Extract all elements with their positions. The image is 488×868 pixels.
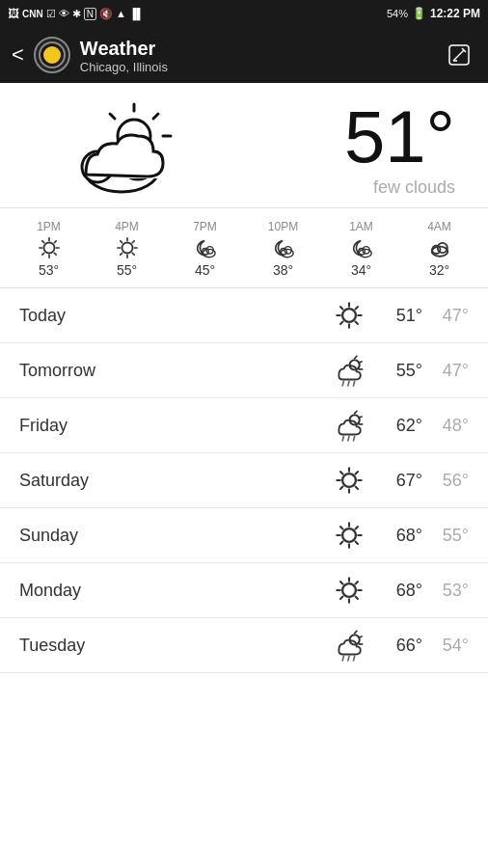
hourly-item: 10PM 38° xyxy=(244,220,322,278)
forecast-day: Monday xyxy=(19,581,332,601)
svg-line-9 xyxy=(110,114,115,119)
hourly-time: 4PM xyxy=(115,220,139,233)
svg-line-67 xyxy=(354,436,355,441)
nav-title: Weather xyxy=(80,37,442,60)
battery-icon: 🔋 xyxy=(412,7,426,20)
bluetooth-icon: ✱ xyxy=(72,8,81,20)
status-icons-left: 🖼 CNN ☑ 👁 ✱ N 🔇 ▲ ▐▌ xyxy=(8,7,144,20)
svg-point-68 xyxy=(342,474,356,487)
svg-line-95 xyxy=(355,631,357,633)
forecast-high: 62° xyxy=(376,416,422,436)
svg-line-76 xyxy=(340,487,342,489)
main-content: 51° few clouds 1PM 53° 4PM xyxy=(0,83,488,868)
image-icon: 🖼 xyxy=(8,7,19,20)
nfc-icon: N xyxy=(84,8,96,20)
svg-line-60 xyxy=(354,381,355,386)
forecast-row: Monday 68° 53° xyxy=(0,563,488,618)
svg-point-77 xyxy=(342,529,356,542)
forecast-high: 66° xyxy=(376,636,422,656)
battery-percent: 54% xyxy=(387,8,408,19)
svg-line-85 xyxy=(340,542,342,544)
forecast-icon xyxy=(332,632,366,659)
forecast-icon xyxy=(332,577,366,604)
hourly-temp: 53° xyxy=(39,262,59,278)
svg-line-83 xyxy=(356,542,358,544)
nav-subtitle: Chicago, Illinois xyxy=(80,60,442,74)
svg-line-21 xyxy=(54,253,56,255)
app-icon xyxy=(34,37,70,73)
edit-button[interactable] xyxy=(442,38,476,72)
hourly-item: 4AM 32° xyxy=(400,220,478,278)
hourly-icon xyxy=(426,237,453,258)
svg-line-74 xyxy=(356,487,358,489)
forecast-icon xyxy=(332,302,366,329)
svg-point-86 xyxy=(342,583,356,597)
svg-line-93 xyxy=(356,582,358,583)
forecast-row: Tuesday 66° 54° xyxy=(0,618,488,673)
current-temp: 51° xyxy=(344,100,455,174)
hourly-temp: 34° xyxy=(351,262,371,278)
svg-line-100 xyxy=(348,656,349,661)
mute-icon: 🔇 xyxy=(99,8,113,20)
svg-line-2 xyxy=(456,50,464,58)
svg-line-59 xyxy=(348,381,349,386)
forecast-high: 55° xyxy=(376,361,422,381)
forecast-low: 47° xyxy=(422,361,469,381)
svg-line-94 xyxy=(340,597,342,599)
hourly-time: 1AM xyxy=(349,220,373,233)
svg-line-52 xyxy=(356,307,358,309)
svg-line-20 xyxy=(41,241,43,243)
hourly-time: 7PM xyxy=(193,220,217,233)
app-icon-inner xyxy=(43,46,61,64)
hourly-icon xyxy=(36,237,63,258)
forecast-low: 55° xyxy=(422,526,469,546)
forecast-high: 68° xyxy=(376,581,422,601)
svg-line-22 xyxy=(54,241,56,243)
forecast-day: Sunday xyxy=(19,526,332,546)
svg-line-51 xyxy=(356,322,358,324)
forecast-icon xyxy=(332,357,366,384)
weather-temp-block: 51° few clouds xyxy=(239,100,465,198)
forecast-high: 67° xyxy=(376,471,422,491)
hourly-item: 1PM 53° xyxy=(10,220,88,278)
hourly-temp: 32° xyxy=(429,262,449,278)
svg-point-24 xyxy=(122,242,132,253)
forecast-day: Tomorrow xyxy=(19,361,332,381)
hourly-temp: 38° xyxy=(273,262,293,278)
svg-line-91 xyxy=(340,582,342,583)
svg-line-32 xyxy=(120,253,122,255)
hourly-icon xyxy=(114,237,141,258)
svg-line-23 xyxy=(41,253,43,255)
status-time: 12:22 PM xyxy=(430,7,480,20)
current-description: few clouds xyxy=(373,177,455,198)
svg-line-61 xyxy=(355,411,357,413)
status-bar: 🖼 CNN ☑ 👁 ✱ N 🔇 ▲ ▐▌ 54% 🔋 12:22 PM xyxy=(0,0,488,27)
back-button[interactable]: < xyxy=(12,42,24,68)
forecast-row: Saturday 67° 56° xyxy=(0,453,488,508)
forecast-day: Today xyxy=(19,306,332,326)
forecast-icon xyxy=(332,467,366,494)
forecast-row: Today 51° 47° xyxy=(0,288,488,343)
svg-line-6 xyxy=(153,114,158,119)
hourly-temp: 45° xyxy=(195,262,215,278)
svg-line-101 xyxy=(354,656,355,661)
hourly-row: 1PM 53° 4PM xyxy=(0,208,488,288)
forecast-high: 68° xyxy=(376,526,422,546)
svg-line-82 xyxy=(340,527,342,529)
forecast-low: 56° xyxy=(422,471,469,491)
svg-line-30 xyxy=(132,253,134,255)
hourly-icon xyxy=(192,237,219,258)
svg-point-15 xyxy=(43,242,54,253)
cnn-icon: CNN xyxy=(22,9,43,19)
forecast-row: Tomorrow 55° 47° xyxy=(0,343,488,398)
svg-line-65 xyxy=(342,436,343,441)
svg-line-73 xyxy=(340,472,342,474)
forecast-day: Friday xyxy=(19,416,332,436)
svg-line-75 xyxy=(356,472,358,474)
hourly-time: 4AM xyxy=(427,220,451,233)
nav-title-group: Weather Chicago, Illinois xyxy=(80,37,442,74)
forecast-low: 48° xyxy=(422,416,469,436)
forecast-list: Today 51° 47° Tomorrow xyxy=(0,288,488,673)
hourly-item: 4PM 55° xyxy=(88,220,166,278)
eye-icon: 👁 xyxy=(59,8,69,19)
